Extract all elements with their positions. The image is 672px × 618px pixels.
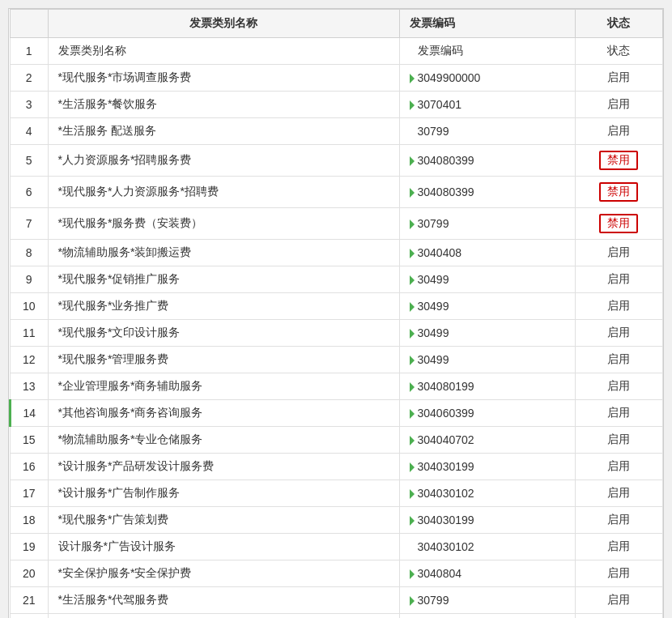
invoice-code: 30799 bbox=[399, 208, 575, 240]
table-row[interactable]: 1发票类别名称发票编码状态 bbox=[11, 38, 663, 65]
table-row[interactable]: 10*现代服务*业务推广费30499启用 bbox=[11, 293, 663, 320]
status-badge-disabled: 禁用 bbox=[599, 182, 638, 202]
invoice-status: 启用 bbox=[575, 266, 663, 293]
invoice-name: *生活服务 配送服务 bbox=[48, 118, 399, 145]
row-number: 19 bbox=[11, 534, 49, 560]
table-row[interactable]: 2*现代服务*市场调查服务费3049900000启用 bbox=[11, 65, 663, 92]
table-row[interactable]: 19设计服务*广告设计服务304030102启用 bbox=[11, 534, 663, 560]
table-row[interactable]: 12*现代服务*管理服务费30499启用 bbox=[11, 347, 663, 373]
status-badge-enabled: 启用 bbox=[607, 299, 630, 312]
invoice-code: 304030199 bbox=[399, 454, 575, 480]
code-marker-icon bbox=[410, 329, 415, 339]
invoice-status: 启用 bbox=[575, 480, 663, 507]
table-row[interactable]: 22*会展服务*会员服务304030402启用 bbox=[11, 614, 663, 619]
status-badge-enabled: 启用 bbox=[607, 539, 630, 552]
row-number: 3 bbox=[11, 92, 49, 118]
invoice-status: 启用 bbox=[575, 240, 663, 266]
table-row[interactable]: 15*物流辅助服务*专业仓储服务304040702启用 bbox=[11, 427, 663, 454]
header-code: 发票编码 bbox=[399, 10, 575, 38]
table-row[interactable]: 4*生活服务 配送服务30799启用 bbox=[11, 118, 663, 145]
invoice-status: 启用 bbox=[575, 587, 663, 614]
invoice-name: *其他咨询服务*商务咨询服务 bbox=[48, 400, 399, 427]
invoice-status: 启用 bbox=[575, 293, 663, 320]
row-number: 14 bbox=[11, 400, 49, 427]
invoice-code: 3040804 bbox=[399, 560, 575, 587]
status-badge-enabled: 启用 bbox=[607, 513, 630, 526]
code-marker-icon bbox=[410, 188, 415, 198]
invoice-status: 启用 bbox=[575, 400, 663, 427]
invoice-code: 304030102 bbox=[399, 480, 575, 507]
table-row[interactable]: 7*现代服务*服务费（安装费）30799禁用 bbox=[11, 208, 663, 240]
status-badge-enabled: 启用 bbox=[607, 379, 630, 392]
invoice-status: 启用 bbox=[575, 347, 663, 373]
code-marker-icon bbox=[410, 275, 415, 285]
row-number: 15 bbox=[11, 427, 49, 454]
header-name: 发票类别名称 bbox=[48, 10, 399, 38]
status-badge-enabled: 状态 bbox=[607, 44, 630, 57]
table-row[interactable]: 9*现代服务*促销推广服务30499启用 bbox=[11, 266, 663, 293]
table-row[interactable]: 11*现代服务*文印设计服务30499启用 bbox=[11, 320, 663, 347]
table-row[interactable]: 13*企业管理服务*商务辅助服务304080199启用 bbox=[11, 373, 663, 400]
row-number: 17 bbox=[11, 480, 49, 507]
row-number: 21 bbox=[11, 587, 49, 614]
status-badge-enabled: 启用 bbox=[607, 352, 630, 365]
table-row[interactable]: 8*物流辅助服务*装卸搬运费3040408启用 bbox=[11, 240, 663, 266]
code-marker-icon bbox=[410, 249, 415, 258]
code-marker-icon bbox=[410, 409, 415, 419]
invoice-code: 304080199 bbox=[399, 373, 575, 400]
code-marker-icon bbox=[410, 436, 415, 445]
invoice-code: 304060399 bbox=[399, 400, 575, 427]
invoice-status: 状态 bbox=[575, 38, 663, 65]
status-badge-enabled: 启用 bbox=[607, 593, 630, 606]
table-row[interactable]: 14*其他咨询服务*商务咨询服务304060399启用 bbox=[11, 400, 663, 427]
row-number: 7 bbox=[11, 208, 49, 240]
row-number: 6 bbox=[11, 177, 49, 208]
table-row[interactable]: 6*现代服务*人力资源服务*招聘费304080399禁用 bbox=[11, 177, 663, 208]
invoice-code: 304030102 bbox=[399, 534, 575, 560]
code-marker-icon bbox=[410, 516, 415, 526]
invoice-code: 304040702 bbox=[399, 427, 575, 454]
invoice-code: 30499 bbox=[399, 266, 575, 293]
row-number: 20 bbox=[11, 560, 49, 587]
invoice-code: 30499 bbox=[399, 320, 575, 347]
invoice-status: 启用 bbox=[575, 373, 663, 400]
invoice-status: 启用 bbox=[575, 92, 663, 118]
code-marker-icon bbox=[410, 462, 415, 472]
invoice-name: *现代服务*文印设计服务 bbox=[48, 320, 399, 347]
invoice-table-container: 发票类别名称 发票编码 状态 1发票类别名称发票编码状态2*现代服务*市场调查服… bbox=[8, 8, 664, 618]
table-row[interactable]: 17*设计服务*广告制作服务304030102启用 bbox=[11, 480, 663, 507]
invoice-status: 启用 bbox=[575, 560, 663, 587]
table-row[interactable]: 18*现代服务*广告策划费304030199启用 bbox=[11, 507, 663, 534]
invoice-code: 304080399 bbox=[399, 177, 575, 208]
status-badge-enabled: 启用 bbox=[607, 326, 630, 339]
table-row[interactable]: 21*生活服务*代驾服务费30799启用 bbox=[11, 587, 663, 614]
code-marker-icon bbox=[410, 156, 415, 166]
invoice-name: *人力资源服务*招聘服务费 bbox=[48, 145, 399, 177]
invoice-name: *物流辅助服务*装卸搬运费 bbox=[48, 240, 399, 266]
code-marker-icon bbox=[410, 596, 415, 606]
invoice-name: *现代服务*市场调查服务费 bbox=[48, 65, 399, 92]
table-header-row: 发票类别名称 发票编码 状态 bbox=[11, 10, 663, 38]
row-number: 2 bbox=[11, 65, 49, 92]
invoice-code: 发票编码 bbox=[399, 38, 575, 65]
invoice-status: 启用 bbox=[575, 507, 663, 534]
table-row[interactable]: 16*设计服务*产品研发设计服务费304030199启用 bbox=[11, 454, 663, 480]
row-number: 10 bbox=[11, 293, 49, 320]
invoice-status: 启用 bbox=[575, 614, 663, 619]
invoice-name: *现代服务*人力资源服务*招聘费 bbox=[48, 177, 399, 208]
status-badge-enabled: 启用 bbox=[607, 124, 630, 137]
invoice-name: *现代服务*广告策划费 bbox=[48, 507, 399, 534]
invoice-status: 启用 bbox=[575, 454, 663, 480]
row-number: 22 bbox=[11, 614, 49, 619]
invoice-name: 设计服务*广告设计服务 bbox=[48, 534, 399, 560]
table-row[interactable]: 3*生活服务*餐饮服务3070401启用 bbox=[11, 92, 663, 118]
invoice-name: *企业管理服务*商务辅助服务 bbox=[48, 373, 399, 400]
code-marker-icon bbox=[410, 100, 415, 110]
invoice-code: 30799 bbox=[399, 587, 575, 614]
table-row[interactable]: 20*安全保护服务*安全保护费3040804启用 bbox=[11, 560, 663, 587]
row-number: 8 bbox=[11, 240, 49, 266]
table-row[interactable]: 5*人力资源服务*招聘服务费304080399禁用 bbox=[11, 145, 663, 177]
row-number: 1 bbox=[11, 38, 49, 65]
invoice-status: 禁用 bbox=[575, 145, 663, 177]
status-badge-enabled: 启用 bbox=[607, 433, 630, 445]
